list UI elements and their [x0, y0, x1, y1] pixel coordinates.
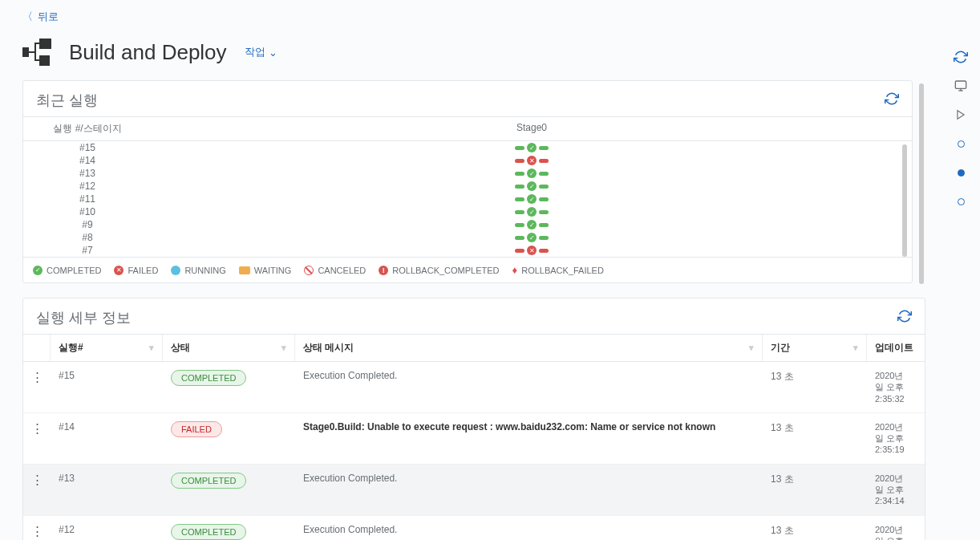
completed-icon: ✓	[33, 266, 43, 275]
row-menu-button[interactable]: ⋮	[23, 465, 51, 515]
status-legend: ✓COMPLETED ✕FAILED RUNNING WAITING CANCE…	[23, 257, 912, 282]
row-status-message: Execution Completed.	[295, 516, 763, 540]
header-exec[interactable]: 실행#▾	[51, 335, 163, 361]
scrollbar-card1[interactable]	[919, 83, 924, 284]
svg-rect-1	[39, 39, 51, 49]
rollback-failed-icon: ♦	[512, 264, 518, 276]
details-title: 실행 세부 정보	[36, 308, 131, 327]
recent-row[interactable]: #10✓	[23, 205, 912, 218]
recent-exec-num: #14	[23, 155, 152, 166]
row-updated: 2020년일 오후2:35:19	[867, 413, 925, 464]
stage-status-indicator: ✓	[515, 233, 549, 242]
recent-row[interactable]: #9✓	[23, 218, 912, 231]
rollback-completed-icon: !	[379, 266, 388, 275]
status-badge: COMPLETED	[171, 524, 246, 540]
stage-status-indicator: ✕	[515, 246, 549, 255]
row-status-message: Stage0.Build: Unable to execute request …	[295, 413, 763, 464]
right-sidebar	[942, 0, 980, 540]
header-dur[interactable]: 기간▾	[763, 335, 867, 361]
failed-icon: ✕	[114, 266, 124, 275]
details-row[interactable]: ⋮#12COMPLETEDExecution Completed.13 초202…	[23, 516, 925, 540]
filter-icon[interactable]: ▾	[853, 343, 858, 353]
row-menu-button[interactable]: ⋮	[23, 516, 51, 540]
row-updated: 2020년일 오후2:35:32	[867, 362, 925, 412]
svg-rect-0	[22, 47, 29, 57]
filter-icon[interactable]: ▾	[281, 343, 286, 353]
stage-status-indicator: ✓	[515, 181, 549, 191]
monitor-icon[interactable]	[954, 79, 968, 93]
details-table-header: 실행#▾ 상태▾ 상태 메시지▾ 기간▾ 업데이트	[23, 334, 925, 362]
recent-exec-num: #12	[23, 181, 152, 192]
details-row[interactable]: ⋮#15COMPLETEDExecution Completed.13 초202…	[23, 362, 925, 413]
waiting-icon	[239, 266, 250, 274]
nav-dot-3[interactable]	[954, 194, 968, 209]
row-menu-button[interactable]: ⋮	[23, 413, 51, 464]
recent-table-header: 실행 #/스테이지 Stage0	[23, 116, 912, 141]
recent-exec-num: #13	[23, 168, 152, 179]
svg-marker-6	[958, 111, 964, 120]
row-exec-num: #13	[51, 465, 163, 515]
actions-dropdown[interactable]: 작업 ⌄	[245, 45, 277, 59]
status-badge: FAILED	[171, 421, 222, 437]
nav-dot-1[interactable]	[954, 136, 968, 151]
back-label: 뒤로	[38, 10, 59, 24]
row-exec-num: #15	[51, 362, 163, 412]
svg-rect-2	[39, 55, 50, 66]
status-badge: COMPLETED	[171, 473, 246, 489]
recent-exec-num: #8	[23, 232, 152, 243]
recent-row[interactable]: #7✕	[23, 244, 912, 257]
row-updated: 2020년일 오후2:34:14	[867, 465, 925, 515]
page-header: Build and Deploy 작업 ⌄	[22, 39, 925, 66]
chevron-down-icon: ⌄	[269, 47, 277, 59]
recent-row[interactable]: #11✓	[23, 193, 912, 205]
status-badge: COMPLETED	[171, 370, 246, 386]
row-exec-num: #12	[51, 516, 163, 540]
refresh-button-details[interactable]	[897, 309, 912, 327]
refresh-button-recent[interactable]	[885, 91, 899, 110]
back-link[interactable]: 〈 뒤로	[22, 10, 59, 24]
chevron-left-icon: 〈	[22, 10, 33, 24]
recent-row[interactable]: #12✓	[23, 180, 912, 193]
header-status[interactable]: 상태▾	[163, 335, 295, 361]
refresh-button-global[interactable]	[954, 50, 968, 64]
pipeline-icon	[22, 39, 58, 66]
execution-details-card: 실행 세부 정보 실행#▾ 상태▾ 상태 메시지▾ 기간▾ 업데이트 ⋮#15C…	[22, 298, 925, 540]
row-duration: 13 초	[763, 516, 867, 540]
filter-icon[interactable]: ▾	[749, 343, 754, 353]
recent-exec-num: #15	[23, 142, 152, 153]
recent-executions-card: 최근 실행 실행 #/스테이지 Stage0 #15✓#14✕#13✓#12✓#…	[22, 80, 913, 283]
recent-exec-num: #9	[23, 219, 152, 230]
row-menu-button[interactable]: ⋮	[23, 362, 51, 412]
row-exec-num: #14	[51, 413, 163, 464]
filter-icon[interactable]: ▾	[149, 343, 154, 353]
recent-title: 최근 실행	[36, 91, 98, 110]
scrollbar-recent[interactable]	[902, 144, 907, 257]
stage-status-indicator: ✕	[515, 156, 549, 165]
recent-row[interactable]: #8✓	[23, 231, 912, 244]
recent-exec-num: #7	[23, 245, 152, 256]
recent-row[interactable]: #13✓	[23, 167, 912, 180]
running-icon	[171, 266, 180, 275]
stage-status-indicator: ✓	[515, 143, 549, 152]
recent-col-exec: 실행 #/스테이지	[23, 122, 152, 136]
canceled-icon	[304, 266, 314, 275]
recent-col-stage: Stage0	[152, 122, 912, 136]
svg-rect-3	[955, 81, 966, 88]
details-row[interactable]: ⋮#13COMPLETEDExecution Completed.13 초202…	[23, 465, 925, 516]
row-duration: 13 초	[763, 413, 867, 464]
stage-status-indicator: ✓	[515, 207, 549, 217]
row-updated: 2020년일 오후2:34:06	[867, 516, 925, 540]
page-title: Build and Deploy	[69, 40, 227, 65]
recent-row[interactable]: #14✕	[23, 154, 912, 167]
row-status-message: Execution Completed.	[295, 465, 763, 515]
actions-label: 작업	[245, 45, 265, 59]
stage-status-indicator: ✓	[515, 220, 549, 229]
details-row[interactable]: ⋮#14FAILEDStage0.Build: Unable to execut…	[23, 413, 925, 465]
header-msg[interactable]: 상태 메시지▾	[295, 335, 763, 361]
play-icon[interactable]	[954, 108, 968, 122]
row-duration: 13 초	[763, 362, 867, 412]
recent-row[interactable]: #15✓	[23, 141, 912, 154]
header-upd[interactable]: 업데이트	[867, 335, 925, 361]
stage-status-indicator: ✓	[515, 194, 549, 204]
nav-dot-2[interactable]	[954, 165, 968, 180]
